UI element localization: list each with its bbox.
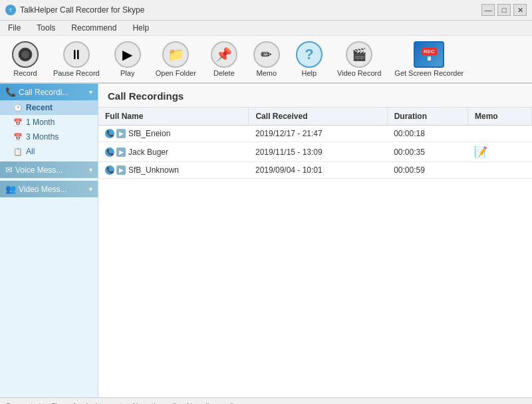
cell-duration: 00:00:35 — [387, 142, 467, 162]
pause-record-icon: ⏸ — [63, 41, 90, 68]
connection-status: Connected to Skype for desktop — [5, 402, 110, 405]
video-messages-header-icon: 👥 — [5, 184, 16, 194]
sidebar-item-all[interactable]: 📋 All — [0, 144, 98, 159]
pause-record-label: Pause Record — [53, 69, 100, 77]
record-icon — [12, 41, 39, 68]
table-row[interactable]: 📞 ▶ SfB_Unknown2019/09/04 - 10:0100:00:5… — [98, 162, 532, 179]
call-status: No active call — [132, 402, 176, 405]
delete-icon: 📌 — [211, 41, 237, 68]
window-title: TalkHelper Call Recorder for Skype — [20, 5, 144, 15]
record-button[interactable]: Record — [5, 39, 45, 80]
sidebar-section-video-messages: 👥 Video Mess... ▾ — [0, 181, 98, 197]
video-messages-header-label: Video Mess... — [19, 185, 86, 194]
cell-memo — [467, 162, 531, 179]
cell-duration: 00:00:59 — [387, 162, 467, 179]
toolbar: Record ⏸ Pause Record ▶ Play 📁 Open Fold… — [0, 36, 532, 84]
voice-messages-header-icon: ✉ — [5, 165, 13, 175]
memo-icon: ✏ — [253, 41, 280, 68]
call-recordings-header-label: Call Recordi... — [19, 88, 86, 97]
cell-call-received: 2019/09/04 - 10:01 — [249, 162, 387, 179]
recent-icon: 🕐 — [13, 104, 23, 112]
sidebar-item-recent[interactable]: 🕐 Recent — [0, 100, 98, 115]
menu-file[interactable]: File — [4, 22, 25, 34]
cell-memo — [467, 126, 531, 142]
menu-tools[interactable]: Tools — [33, 22, 59, 34]
status-bar: Connected to Skype for desktop | No acti… — [0, 397, 532, 404]
pause-record-button[interactable]: ⏸ Pause Record — [48, 39, 105, 80]
cell-duration: 00:00:18 — [387, 126, 467, 142]
1month-label: 1 Month — [26, 118, 55, 127]
help-icon: ? — [296, 41, 323, 68]
all-icon: 📋 — [13, 148, 23, 156]
video-record-button[interactable]: 🎬 Video Record — [332, 39, 386, 80]
cell-name: 📞 ▶ SfB_Eneion — [98, 126, 249, 142]
sidebar-header-video-messages[interactable]: 👥 Video Mess... ▾ — [0, 181, 98, 197]
recording-status: No call recording — [187, 402, 242, 405]
content-header: Call Recordings — [98, 84, 532, 108]
all-label: All — [26, 147, 35, 156]
video-messages-collapse-icon: ▾ — [89, 185, 92, 193]
record-label: Record — [13, 69, 37, 77]
window-controls: — □ ✕ — [481, 4, 527, 16]
video-record-icon: 🎬 — [346, 41, 372, 68]
delete-button[interactable]: 📌 Delete — [204, 39, 244, 80]
3months-label: 3 Months — [26, 132, 59, 142]
maximize-button[interactable]: □ — [497, 4, 511, 16]
menu-help[interactable]: Help — [128, 22, 153, 34]
col-full-name: Full Name — [98, 108, 249, 126]
play-label: Play — [120, 69, 134, 77]
sidebar-item-3months[interactable]: 📅 3 Months — [0, 130, 98, 144]
screen-recorder-button[interactable]: REC 🖥 Get Screen Recorder — [389, 39, 469, 80]
memo-button[interactable]: ✏ Memo — [247, 39, 287, 80]
app-icon: T — [5, 5, 16, 15]
col-call-received: Call Received — [249, 108, 387, 126]
open-folder-label: Open Folder — [156, 69, 196, 77]
sidebar: 📞 Call Recordi... ▾ 🕐 Recent 📅 1 Month 📅… — [0, 84, 98, 397]
3months-icon: 📅 — [13, 133, 23, 142]
delete-label: Delete — [213, 69, 235, 77]
help-label: Help — [302, 69, 317, 77]
table-row[interactable]: 📞 ▶ SfB_Eneion2019/12/17 - 21:4700:00:18 — [98, 126, 532, 142]
main-area: 📞 Call Recordi... ▾ 🕐 Recent 📅 1 Month 📅… — [0, 84, 532, 397]
cell-call-received: 2019/11/15 - 13:09 — [249, 142, 387, 162]
call-recordings-header-icon: 📞 — [5, 87, 16, 97]
menu-recommend[interactable]: Recommend — [67, 22, 120, 34]
content-title: Call Recordings — [108, 90, 184, 102]
minimize-button[interactable]: — — [481, 4, 495, 16]
sidebar-section-voice-messages: ✉ Voice Mess... ▾ — [0, 161, 98, 178]
cell-call-received: 2019/12/17 - 21:47 — [249, 126, 387, 142]
table-header-row: Full Name Call Received Duration Memo — [98, 108, 532, 126]
voice-messages-header-label: Voice Mess... — [15, 165, 86, 175]
col-duration: Duration — [387, 108, 467, 126]
1month-icon: 📅 — [13, 118, 23, 127]
memo-label: Memo — [257, 69, 277, 77]
close-button[interactable]: ✕ — [513, 4, 527, 16]
screen-recorder-icon: REC 🖥 — [414, 41, 444, 68]
play-icon: ▶ — [114, 41, 141, 68]
content-panel: Call Recordings Full Name Call Received … — [98, 84, 532, 397]
sidebar-section-call-recordings: 📞 Call Recordi... ▾ 🕐 Recent 📅 1 Month 📅… — [0, 84, 98, 159]
table-row[interactable]: 📞 ▶ Jack Buger2019/11/15 - 13:0900:00:35… — [98, 142, 532, 162]
svg-point-1 — [21, 50, 29, 58]
play-button[interactable]: ▶ Play — [108, 39, 148, 80]
video-record-label: Video Record — [337, 69, 381, 77]
cell-name: 📞 ▶ Jack Buger — [98, 142, 249, 162]
col-memo: Memo — [467, 108, 531, 126]
cell-memo: 📝 — [467, 142, 531, 162]
call-recordings-collapse-icon: ▾ — [89, 88, 92, 96]
sidebar-header-call-recordings[interactable]: 📞 Call Recordi... ▾ — [0, 84, 98, 100]
table-container: Full Name Call Received Duration Memo 📞 … — [98, 108, 532, 397]
recent-label: Recent — [26, 103, 53, 112]
screen-recorder-label: Get Screen Recorder — [394, 69, 464, 77]
open-folder-button[interactable]: 📁 Open Folder — [150, 39, 201, 80]
help-button[interactable]: ? Help — [289, 39, 329, 80]
sidebar-header-voice-messages[interactable]: ✉ Voice Mess... ▾ — [0, 161, 98, 178]
menu-bar: File Tools Recommend Help — [0, 21, 532, 36]
title-bar: T TalkHelper Call Recorder for Skype — □… — [0, 0, 532, 21]
recordings-table: Full Name Call Received Duration Memo 📞 … — [98, 108, 532, 179]
voice-messages-collapse-icon: ▾ — [89, 166, 92, 173]
open-folder-icon: 📁 — [162, 41, 189, 68]
cell-name: 📞 ▶ SfB_Unknown — [98, 162, 249, 179]
sidebar-item-1month[interactable]: 📅 1 Month — [0, 115, 98, 130]
